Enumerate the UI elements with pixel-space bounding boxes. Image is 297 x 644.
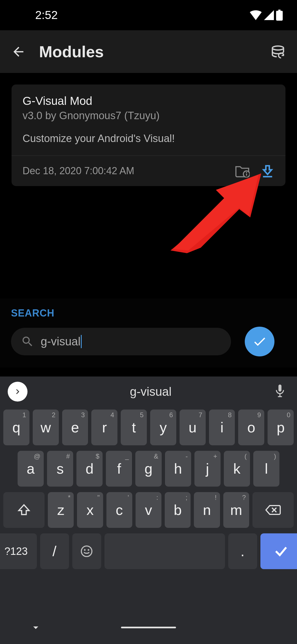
key-sup: 3 xyxy=(81,411,85,419)
key-sup: : xyxy=(156,494,158,501)
key-c[interactable]: c' xyxy=(106,492,132,528)
key-sup: 0 xyxy=(287,411,290,419)
svg-rect-9 xyxy=(279,384,282,392)
key-a[interactable]: a@ xyxy=(18,451,44,487)
shift-key[interactable] xyxy=(3,492,45,528)
shift-icon xyxy=(17,503,31,517)
search-confirm-button[interactable] xyxy=(245,327,274,356)
wifi-icon xyxy=(250,10,262,20)
keyboard-collapse-icon[interactable] xyxy=(30,621,42,634)
key-h[interactable]: h- xyxy=(165,451,191,487)
emoji-key[interactable] xyxy=(72,533,101,569)
search-icon xyxy=(21,335,34,348)
keyboard-expand-button[interactable] xyxy=(8,382,28,402)
space-key[interactable] xyxy=(105,533,225,569)
emoji-icon xyxy=(80,545,93,558)
key-sup: 8 xyxy=(228,411,232,419)
key-b[interactable]: b; xyxy=(165,492,191,528)
key-sup: " xyxy=(97,494,100,501)
svg-point-12 xyxy=(81,546,92,556)
key-sup: 7 xyxy=(199,411,202,419)
download-icon[interactable] xyxy=(261,164,274,178)
key-sup: ; xyxy=(186,494,188,501)
key-d[interactable]: d$ xyxy=(76,451,103,487)
svg-point-13 xyxy=(84,549,86,551)
key-sup: 6 xyxy=(169,411,173,419)
module-date: Dec 18, 2020 7:00:42 AM xyxy=(23,165,235,177)
text-cursor xyxy=(81,335,82,348)
key-l[interactable]: l) xyxy=(253,451,279,487)
check-icon xyxy=(252,334,267,349)
key-q[interactable]: q1 xyxy=(3,410,29,445)
key-r[interactable]: r4 xyxy=(91,410,117,445)
key-u[interactable]: u7 xyxy=(180,410,206,445)
key-w[interactable]: w2 xyxy=(33,410,59,445)
keyboard-suggestion[interactable]: g-visual xyxy=(33,385,268,399)
key-m[interactable]: m? xyxy=(223,492,249,528)
key-n[interactable]: n! xyxy=(194,492,220,528)
key-y[interactable]: y6 xyxy=(150,410,176,445)
key-sup: ! xyxy=(215,494,217,501)
key-sup: ) xyxy=(274,452,276,460)
module-card-top: G-Visual Mod v3.0 by Gnonymous7 (Tzuyu) … xyxy=(12,84,285,155)
svg-rect-5 xyxy=(246,174,247,176)
mic-icon[interactable] xyxy=(274,384,289,399)
key-e[interactable]: e3 xyxy=(62,410,88,445)
key-sup: 9 xyxy=(257,411,261,419)
battery-icon xyxy=(276,10,283,21)
svg-rect-1 xyxy=(278,10,280,11)
backspace-icon xyxy=(265,504,281,516)
signal-icon xyxy=(264,10,274,20)
module-card[interactable]: G-Visual Mod v3.0 by Gnonymous7 (Tzuyu) … xyxy=(12,84,285,186)
key-j[interactable]: j+ xyxy=(194,451,221,487)
info-folder-icon[interactable] xyxy=(235,164,250,178)
search-value: g-visual xyxy=(41,335,81,348)
key-sup: # xyxy=(66,452,70,460)
svg-rect-0 xyxy=(276,11,283,21)
slash-key[interactable]: / xyxy=(40,533,69,569)
key-sup: & xyxy=(154,452,158,460)
nav-handle[interactable] xyxy=(121,627,176,628)
key-s[interactable]: s# xyxy=(47,451,73,487)
module-card-bottom: Dec 18, 2020 7:00:42 AM xyxy=(12,156,285,186)
back-icon[interactable] xyxy=(11,44,26,59)
period-key[interactable]: . xyxy=(228,533,257,569)
app-bar: Modules xyxy=(0,30,297,73)
key-sup: @ xyxy=(34,452,40,460)
key-sup: - xyxy=(186,452,188,460)
key-i[interactable]: i8 xyxy=(209,410,235,445)
key-p[interactable]: p0 xyxy=(268,410,294,445)
key-sup: 1 xyxy=(22,411,26,419)
key-o[interactable]: o9 xyxy=(238,410,264,445)
key-sup: ' xyxy=(128,494,129,501)
chevron-right-icon xyxy=(13,387,23,397)
content-area: G-Visual Mod v3.0 by Gnonymous7 (Tzuyu) … xyxy=(0,73,297,198)
key-z[interactable]: z* xyxy=(48,492,74,528)
search-input[interactable]: g-visual xyxy=(11,328,231,355)
enter-key[interactable] xyxy=(260,533,297,569)
symbols-key[interactable]: ?123 xyxy=(0,533,37,569)
svg-point-4 xyxy=(246,172,247,173)
key-v[interactable]: v: xyxy=(136,492,161,528)
key-g[interactable]: g& xyxy=(135,451,161,487)
key-sup: $ xyxy=(96,452,99,460)
key-sup: ( xyxy=(244,452,247,460)
key-sup: 5 xyxy=(140,411,144,419)
page-title: Modules xyxy=(39,42,258,61)
keyboard-row-2: a@s#d$f_g&h-j+k(l) xyxy=(3,451,294,487)
module-title: G-Visual Mod xyxy=(23,94,274,108)
keyboard-row-4: ?123 / . xyxy=(3,533,294,569)
repo-refresh-icon[interactable] xyxy=(271,44,286,59)
keyboard-suggestion-bar: g-visual xyxy=(0,376,297,407)
key-sup: ? xyxy=(242,494,246,501)
key-k[interactable]: k( xyxy=(224,451,250,487)
key-f[interactable]: f_ xyxy=(106,451,132,487)
backspace-key[interactable] xyxy=(252,492,294,528)
nav-bar xyxy=(0,611,297,644)
key-x[interactable]: x" xyxy=(77,492,103,528)
key-t[interactable]: t5 xyxy=(121,410,147,445)
keyboard: g-visual q1w2e3r4t5y6u7i8o9p0 a@s#d$f_g&… xyxy=(0,376,297,644)
search-label: SEARCH xyxy=(11,307,286,319)
key-sup: + xyxy=(213,452,217,460)
keyboard-row-3: z*x"c'v:b;n!m? xyxy=(3,492,294,528)
